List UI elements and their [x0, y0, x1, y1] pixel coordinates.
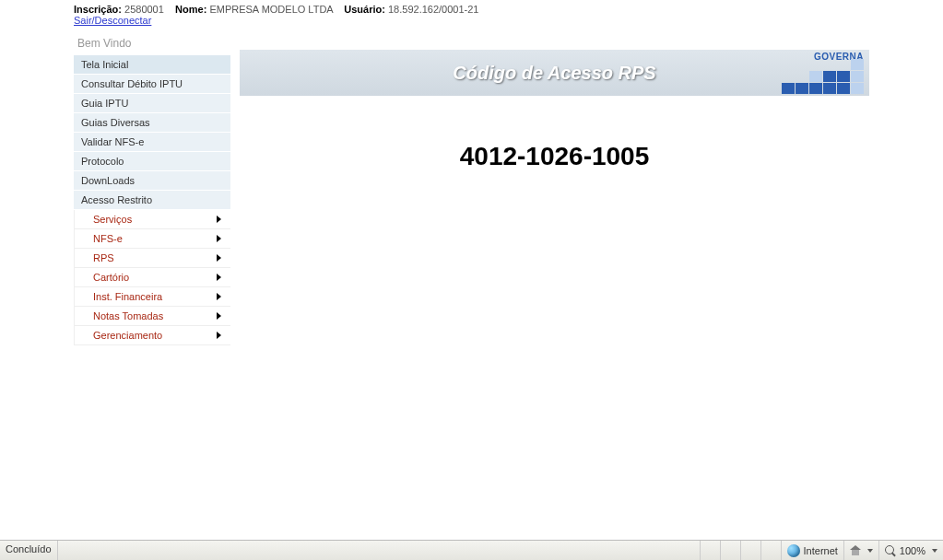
- subnav-label: Serviços: [93, 214, 132, 225]
- subnav-nfse[interactable]: NFS-e: [74, 229, 230, 249]
- security-zone[interactable]: Internet: [781, 541, 843, 560]
- browser-status-bar: Concluído Internet 100%: [0, 540, 943, 560]
- user-info-bar: Inscrição: 2580001 Nome: EMPRESA MODELO …: [74, 0, 869, 28]
- nav-guia-iptu[interactable]: Guia IPTU: [74, 94, 230, 113]
- nav-tela-inicial[interactable]: Tela Inicial: [74, 55, 230, 75]
- subnav-label: Notas Tomadas: [93, 310, 163, 321]
- dropdown-icon: [867, 549, 873, 553]
- chevron-right-icon: [217, 332, 221, 339]
- nome-value: EMPRESA MODELO LTDA: [209, 4, 333, 15]
- chevron-right-icon: [217, 235, 221, 242]
- subnav-label: RPS: [93, 252, 114, 263]
- status-spacer: [58, 541, 700, 560]
- home-icon: [850, 545, 861, 556]
- chevron-right-icon: [217, 293, 221, 300]
- logout-link[interactable]: Sair/Desconectar: [74, 15, 151, 26]
- subnav-gerenciamento[interactable]: Gerenciamento: [74, 326, 230, 345]
- usuario-label: Usuário:: [344, 4, 385, 15]
- usuario-value: 18.592.162/0001-21: [388, 4, 478, 15]
- nav-consultar-debito-iptu[interactable]: Consultar Débito IPTU: [74, 75, 230, 94]
- status-slot: [740, 541, 760, 560]
- inscricao-value: 2580001: [124, 4, 164, 15]
- subnav-notas-tomadas[interactable]: Notas Tomadas: [74, 307, 230, 326]
- chevron-right-icon: [217, 274, 221, 281]
- nav-item-label: Validar NFS-e: [81, 136, 144, 147]
- sidebar: Bem Vindo Tela Inicial Consultar Débito …: [74, 28, 230, 345]
- zone-label: Internet: [804, 545, 838, 556]
- page-banner: Código de Acesso RPS GOVERNA: [240, 50, 869, 96]
- nav-validar-nfse[interactable]: Validar NFS-e: [74, 133, 230, 152]
- subnav-inst-financeira[interactable]: Inst. Financeira: [74, 287, 230, 307]
- zoom-value: 100%: [900, 545, 925, 556]
- subnav-rps[interactable]: RPS: [74, 249, 230, 268]
- welcome-label: Bem Vindo: [74, 28, 230, 55]
- status-slot: [760, 541, 781, 560]
- chevron-right-icon: [217, 254, 221, 262]
- nav-guias-diversas[interactable]: Guias Diversas: [74, 113, 230, 133]
- nav-item-label: Protocolo: [81, 156, 124, 167]
- nav-downloads[interactable]: DownLoads: [74, 171, 230, 191]
- zoom-icon: [885, 545, 896, 556]
- access-code: 4012-1026-1005: [240, 142, 869, 171]
- nav-protocolo[interactable]: Protocolo: [74, 152, 230, 171]
- nav-item-label: DownLoads: [81, 175, 135, 186]
- subnav-label: Inst. Financeira: [93, 291, 162, 302]
- zoom-control[interactable]: 100%: [878, 541, 943, 560]
- banner-title: Código de Acesso RPS: [240, 63, 869, 84]
- nav-item-label: Tela Inicial: [81, 59, 128, 70]
- nome-label: Nome:: [175, 4, 206, 15]
- chevron-right-icon: [217, 216, 221, 223]
- banner-decoration: [782, 59, 864, 94]
- main-content: Código de Acesso RPS GOVERNA 4012-1026-1…: [230, 28, 869, 171]
- nav-acesso-restrito[interactable]: Acesso Restrito: [74, 191, 230, 210]
- status-slot: [720, 541, 740, 560]
- nav-item-label: Acesso Restrito: [81, 194, 152, 205]
- globe-icon: [787, 544, 800, 557]
- status-text: Concluído: [0, 541, 58, 560]
- subnav-servicos[interactable]: Serviços: [74, 210, 230, 229]
- nav-item-label: Consultar Débito IPTU: [81, 78, 183, 89]
- subnav-label: Cartório: [93, 272, 129, 283]
- status-slot: [700, 541, 720, 560]
- subnav-label: NFS-e: [93, 233, 123, 244]
- subnav-cartorio[interactable]: Cartório: [74, 268, 230, 287]
- chevron-right-icon: [217, 312, 221, 320]
- home-menu[interactable]: [843, 541, 878, 560]
- nav-item-label: Guia IPTU: [81, 98, 128, 109]
- subnav-label: Gerenciamento: [93, 330, 162, 341]
- nav-item-label: Guias Diversas: [81, 117, 150, 128]
- dropdown-icon: [932, 549, 937, 553]
- inscricao-label: Inscrição:: [74, 4, 122, 15]
